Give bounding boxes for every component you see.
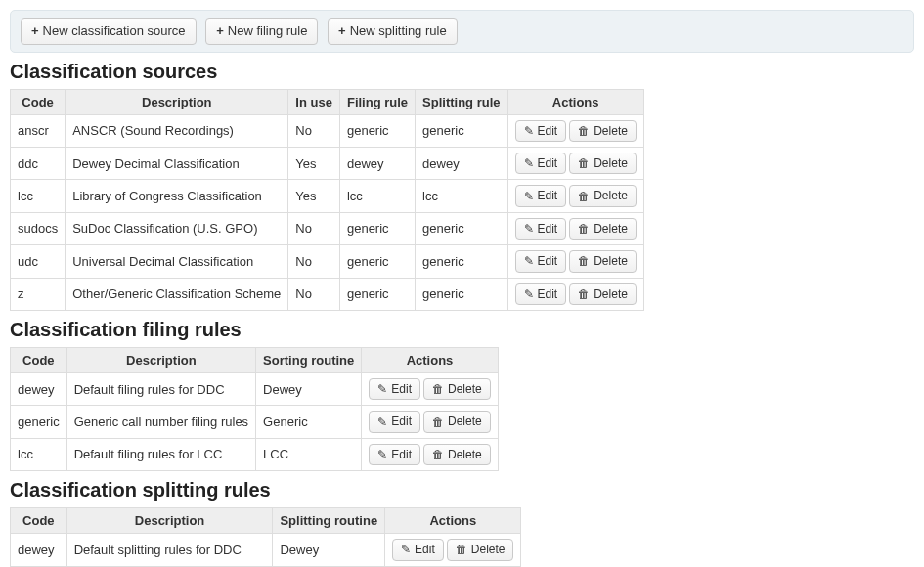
delete-button[interactable]: 🗑Delete [423, 411, 491, 432]
edit-button[interactable]: ✎Edit [392, 539, 444, 560]
col-code: Code [11, 508, 67, 534]
col-routine: Splitting routine [273, 508, 385, 534]
table-row: ddcDewey Decimal ClassificationYesdeweyd… [11, 147, 644, 179]
cell-code: dewey [11, 372, 67, 405]
actions-cell: ✎Edit🗑Delete [507, 114, 643, 147]
cell-in-use: Yes [288, 147, 340, 179]
cell-code: lcc [11, 438, 67, 470]
col-code: Code [11, 89, 66, 114]
plus-icon: + [216, 24, 224, 37]
pencil-icon: ✎ [524, 288, 534, 300]
button-label: Edit [391, 448, 412, 461]
cell-splitting-rule: lcc [416, 180, 507, 212]
cell-splitting-rule: generic [416, 245, 507, 278]
filing-rules-table: Code Description Sorting routine Actions… [10, 347, 499, 471]
trash-icon: 🗑 [432, 383, 444, 395]
edit-button[interactable]: ✎Edit [515, 284, 567, 305]
delete-button[interactable]: 🗑Delete [569, 284, 637, 305]
trash-icon: 🗑 [578, 288, 590, 300]
edit-button[interactable]: ✎Edit [369, 378, 420, 400]
cell-description: Default filing rules for DDC [66, 372, 255, 405]
delete-button[interactable]: 🗑Delete [423, 444, 491, 465]
cell-description: Dewey Decimal Classification [66, 147, 288, 179]
cell-description: ANSCR (Sound Recordings) [66, 114, 288, 147]
button-label: Delete [594, 222, 628, 236]
cell-routine: Generic [256, 406, 362, 438]
cell-in-use: No [288, 114, 340, 147]
pencil-icon: ✎ [524, 223, 534, 235]
new-classification-source-button[interactable]: + New classification source [21, 18, 197, 45]
button-label: New classification source [43, 23, 186, 39]
cell-description: SuDoc Classification (U.S. GPO) [66, 212, 288, 244]
delete-button[interactable]: 🗑Delete [569, 218, 637, 240]
cell-routine: LCC [256, 438, 362, 470]
pencil-icon: ✎ [524, 125, 534, 137]
table-row: anscrANSCR (Sound Recordings)Nogenericge… [11, 114, 644, 147]
cell-code: anscr [11, 114, 66, 147]
cell-code: lcc [11, 180, 66, 212]
actions-cell: ✎Edit🗑Delete [507, 147, 643, 179]
new-splitting-rule-button[interactable]: + New splitting rule [328, 18, 458, 45]
table-row: genericGeneric call number filing rulesG… [11, 406, 499, 438]
filing-rules-heading: Classification filing rules [10, 319, 914, 341]
actions-cell: ✎Edit🗑Delete [507, 180, 643, 212]
col-routine: Sorting routine [256, 347, 362, 372]
cell-description: Universal Decimal Classification [66, 245, 288, 278]
splitting-rules-heading: Classification splitting rules [10, 479, 914, 502]
button-label: Edit [538, 156, 558, 170]
delete-button[interactable]: 🗑Delete [569, 185, 637, 206]
col-actions: Actions [362, 347, 498, 372]
button-label: Delete [594, 287, 628, 301]
edit-button[interactable]: ✎Edit [515, 120, 567, 142]
cell-description: Other/Generic Classification Scheme [66, 278, 288, 310]
cell-splitting-rule: dewey [416, 147, 507, 179]
col-description: Description [66, 508, 273, 534]
edit-button[interactable]: ✎Edit [369, 411, 420, 432]
trash-icon: 🗑 [578, 191, 590, 202]
edit-button[interactable]: ✎Edit [515, 185, 567, 206]
button-label: Edit [391, 382, 412, 396]
trash-icon: 🗑 [578, 157, 590, 169]
edit-button[interactable]: ✎Edit [515, 250, 567, 272]
cell-description: Default splitting rules for DDC [66, 534, 273, 566]
cell-routine: Dewey [273, 534, 385, 566]
col-description: Description [66, 347, 255, 372]
col-filing-rule: Filing rule [339, 89, 415, 114]
cell-in-use: No [288, 212, 340, 244]
delete-button[interactable]: 🗑Delete [569, 153, 637, 174]
button-label: Edit [538, 124, 558, 138]
new-filing-rule-button[interactable]: + New filing rule [205, 18, 318, 45]
trash-icon: 🗑 [578, 255, 590, 267]
col-description: Description [66, 89, 288, 114]
splitting-rules-table: Code Description Splitting routine Actio… [10, 507, 521, 567]
cell-in-use: No [288, 278, 340, 310]
button-label: Edit [415, 543, 435, 556]
cell-filing-rule: lcc [339, 180, 415, 212]
cell-code: generic [11, 406, 67, 438]
actions-cell: ✎Edit🗑Delete [362, 372, 498, 405]
edit-button[interactable]: ✎Edit [369, 444, 420, 465]
cell-filing-rule: generic [339, 245, 415, 278]
edit-button[interactable]: ✎Edit [515, 153, 567, 174]
button-label: Edit [538, 254, 558, 268]
delete-button[interactable]: 🗑Delete [569, 120, 637, 142]
cell-code: ddc [11, 147, 66, 179]
cell-filing-rule: generic [339, 114, 415, 147]
delete-button[interactable]: 🗑Delete [447, 539, 514, 560]
classification-sources-table: Code Description In use Filing rule Spli… [10, 89, 644, 311]
pencil-icon: ✎ [377, 416, 387, 428]
delete-button[interactable]: 🗑Delete [423, 378, 491, 400]
button-label: Delete [594, 254, 628, 268]
delete-button[interactable]: 🗑Delete [569, 250, 637, 272]
pencil-icon: ✎ [377, 383, 387, 395]
button-label: Delete [448, 448, 482, 461]
cell-filing-rule: generic [339, 278, 415, 310]
pencil-icon: ✎ [377, 449, 387, 460]
button-label: Edit [538, 287, 558, 301]
edit-button[interactable]: ✎Edit [515, 218, 567, 240]
cell-description: Library of Congress Classification [66, 180, 288, 212]
plus-icon: + [31, 24, 39, 37]
table-row: deweyDefault splitting rules for DDCDewe… [11, 534, 521, 566]
cell-description: Default filing rules for LCC [66, 438, 255, 470]
cell-routine: Dewey [256, 372, 362, 405]
